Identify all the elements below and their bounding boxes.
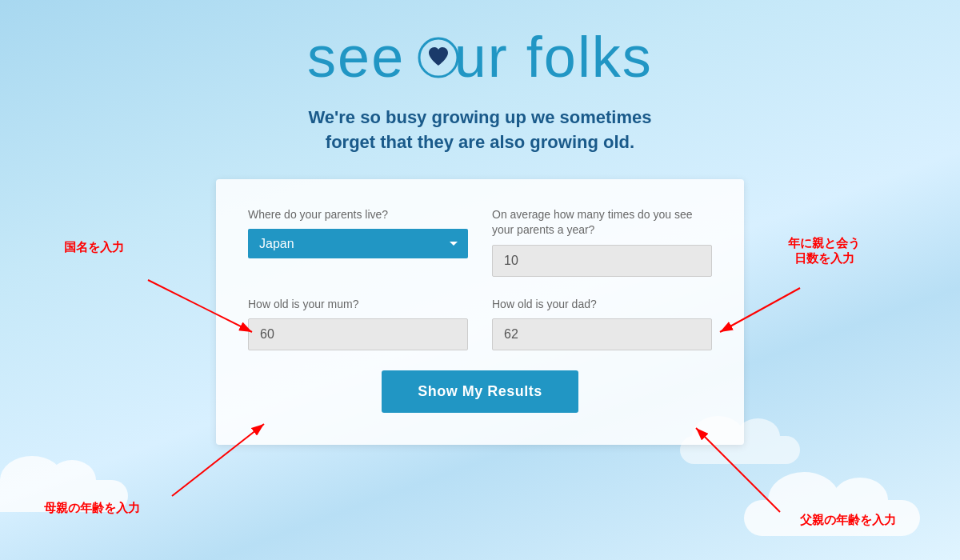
country-select[interactable]: Japan USA UK Australia Canada xyxy=(248,229,468,258)
logo: see o ur folks xyxy=(307,24,653,90)
times-group: On average how many times do you see you… xyxy=(492,207,712,277)
logo-heart-o: o xyxy=(422,24,454,90)
annotation-country: 国名を入力 xyxy=(64,240,124,255)
submit-row: Show My Results xyxy=(248,370,712,413)
country-label: Where do your parents live? xyxy=(248,207,468,223)
annotation-dad: 父親の年齢を入力 xyxy=(800,513,896,528)
times-label: On average how many times do you see you… xyxy=(492,207,712,238)
subtitle: We're so busy growing up we sometimes fo… xyxy=(308,106,651,155)
mum-input[interactable] xyxy=(248,318,468,350)
dad-group: How old is your dad? xyxy=(492,297,712,351)
dad-input[interactable] xyxy=(492,318,712,350)
heart-icon xyxy=(418,37,459,78)
times-input[interactable] xyxy=(492,245,712,277)
logo-text: see o ur folks xyxy=(307,24,653,90)
annotation-mum: 母親の年齢を入力 xyxy=(44,501,140,516)
mum-label: How old is your mum? xyxy=(248,297,468,313)
form-row-bottom: How old is your mum? How old is your dad… xyxy=(248,297,712,351)
annotation-times: 年に親と会う日数を入力 xyxy=(788,236,860,266)
mum-group: How old is your mum? xyxy=(248,297,468,351)
dad-label: How old is your dad? xyxy=(492,297,712,313)
submit-button[interactable]: Show My Results xyxy=(382,370,578,413)
form-row-top: Where do your parents live? Japan USA UK… xyxy=(248,207,712,277)
form-container: Where do your parents live? Japan USA UK… xyxy=(216,179,744,446)
country-group: Where do your parents live? Japan USA UK… xyxy=(248,207,468,277)
